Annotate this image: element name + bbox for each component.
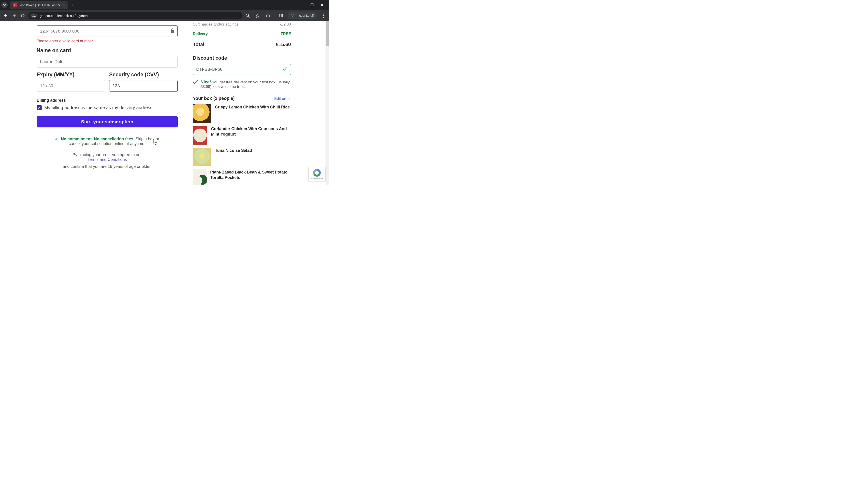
- tab-strip: g Food Boxes | Get Fresh Food & ✕ ＋ ― ❐ …: [0, 0, 329, 10]
- name-on-card-value: Lauren Deli: [40, 59, 62, 64]
- svg-rect-4: [281, 14, 283, 17]
- tab-title: Food Boxes | Get Fresh Food &: [19, 3, 60, 7]
- reload-icon: [21, 13, 25, 18]
- payment-form: 1234 5678 9000 000 Please enter a valid …: [0, 21, 178, 185]
- svg-point-6: [293, 16, 294, 17]
- meal-title: Crispy Lemon Chicken With Chilli Rice: [215, 104, 290, 110]
- billing-same-checkbox-row[interactable]: My billing address is the same as my del…: [37, 105, 178, 110]
- new-tab-button[interactable]: ＋: [71, 2, 75, 8]
- terms-pre: By placing your order you agree to our: [37, 153, 178, 157]
- discount-confirmation: Nice! You get free delivery on your firs…: [193, 79, 291, 89]
- total-label: Total: [193, 41, 204, 47]
- chevron-down-icon: [3, 4, 6, 6]
- svg-point-1: [34, 16, 35, 17]
- nice-label: Nice!: [200, 79, 211, 84]
- scrollbar-thumb[interactable]: [326, 21, 329, 46]
- meal-item: Coriander Chicken With Couscous And Mint…: [193, 126, 291, 144]
- card-number-error: Please enter a valid card number: [37, 39, 178, 43]
- minimize-button[interactable]: ―: [300, 3, 304, 7]
- card-number-input[interactable]: 1234 5678 9000 000: [37, 25, 178, 37]
- close-tab-button[interactable]: ✕: [62, 3, 65, 7]
- meal-item: Crispy Lemon Chicken With Chilli Rice: [193, 104, 291, 123]
- commitment-bold: No commitment. No cancellation fees.: [61, 137, 134, 141]
- check-icon: [193, 80, 198, 85]
- billing-same-checkbox[interactable]: [37, 105, 41, 110]
- your-box-head: Your box (2 people) Edit order: [193, 96, 291, 101]
- total-value: £15.60: [276, 41, 291, 47]
- sidepanel-button[interactable]: [278, 12, 284, 19]
- your-box-title: Your box (2 people): [193, 96, 235, 101]
- svg-point-9: [323, 17, 324, 18]
- cvv-input[interactable]: 123: [109, 80, 178, 92]
- expiry-label: Expiry (MM/YY): [37, 72, 105, 78]
- name-on-card-label: Name on card: [37, 47, 178, 54]
- extensions-button[interactable]: [264, 12, 271, 19]
- tune-icon: [32, 14, 36, 17]
- surcharges-label: Surcharges and/or savings: [193, 22, 239, 27]
- start-subscription-button[interactable]: Start your subscription: [37, 116, 178, 127]
- incognito-indicator[interactable]: Incognito (2): [287, 12, 317, 19]
- incognito-label: Incognito (2): [297, 14, 314, 18]
- svg-point-0: [33, 14, 34, 15]
- active-tab[interactable]: g Food Boxes | Get Fresh Food & ✕: [10, 1, 68, 9]
- meal-thumbnail: [193, 126, 207, 144]
- arrow-right-icon: [12, 13, 17, 18]
- card-number-value: 1234 5678 9000 000: [40, 29, 79, 34]
- url-text: gousto.co.uk/check-out/payment: [40, 14, 89, 18]
- bookmark-button[interactable]: [254, 12, 261, 19]
- kebab-icon: [323, 13, 324, 18]
- svg-point-8: [323, 15, 324, 16]
- panel-icon: [279, 13, 283, 18]
- back-button[interactable]: [2, 12, 9, 19]
- meal-list: Crispy Lemon Chicken With Chilli Rice Co…: [193, 104, 291, 185]
- expiry-input[interactable]: 12 / 30: [37, 80, 105, 92]
- start-subscription-label: Start your subscription: [81, 119, 133, 125]
- zoom-button[interactable]: [244, 12, 251, 19]
- lock-icon: [170, 29, 174, 34]
- billing-address-head: Billing address: [37, 98, 178, 103]
- address-bar[interactable]: gousto.co.uk/check-out/payment: [28, 12, 243, 20]
- svg-point-5: [291, 16, 292, 17]
- forward-button[interactable]: [11, 12, 18, 19]
- reload-button[interactable]: [20, 12, 26, 19]
- discount-code-value: DTI-SB-UP60: [196, 67, 222, 72]
- recaptcha-icon: [313, 169, 321, 177]
- check-icon: [37, 106, 41, 109]
- billing-same-label: My billing address is the same as my del…: [44, 105, 152, 110]
- delivery-value: FREE: [281, 32, 291, 36]
- puzzle-icon: [266, 13, 270, 18]
- meal-thumbnail: [193, 104, 211, 123]
- cvv-value: 123: [113, 84, 120, 88]
- delivery-label: Delivery: [193, 32, 208, 36]
- terms-post: and confirm that you are 18 years of age…: [37, 164, 178, 169]
- total-row: Total £15.60: [193, 37, 291, 50]
- page-viewport: 1234 5678 9000 000 Please enter a valid …: [0, 21, 329, 185]
- meal-title: Tuna Nicoise Salad: [215, 148, 252, 153]
- name-on-card-input[interactable]: Lauren Deli: [37, 56, 178, 68]
- check-icon: [283, 67, 287, 72]
- site-controls-button[interactable]: [30, 13, 37, 18]
- meal-thumbnail: [193, 148, 211, 166]
- page-scrollbar[interactable]: [326, 21, 329, 185]
- nice-text: You get free delivery on your first box …: [200, 80, 289, 89]
- recaptcha-badge[interactable]: Privacy · Terms: [308, 167, 326, 182]
- favicon-icon: g: [13, 3, 17, 7]
- arrow-left-icon: [3, 13, 8, 18]
- meal-item: Plant-Based Black Bean & Sweet Potato To…: [193, 169, 291, 185]
- svg-rect-10: [170, 30, 174, 33]
- magnifier-icon: [246, 13, 250, 18]
- meal-title: Coriander Chicken With Couscous And Mint…: [211, 126, 291, 137]
- edit-order-link[interactable]: Edit order: [274, 96, 291, 101]
- meal-item: Tuna Nicoise Salad: [193, 148, 291, 166]
- close-window-button[interactable]: ✕: [320, 3, 324, 7]
- maximize-button[interactable]: ❐: [310, 3, 314, 7]
- incognito-icon: [290, 14, 295, 17]
- terms-link[interactable]: Terms and Conditions: [88, 157, 127, 162]
- commitment-note: ✔ No commitment. No cancellation fees. S…: [53, 136, 161, 146]
- discount-code-input[interactable]: DTI-SB-UP60: [193, 64, 291, 75]
- tab-search-button[interactable]: [1, 2, 8, 8]
- surcharges-value: -£2.00: [280, 22, 291, 27]
- terms-block: By placing your order you agree to our T…: [37, 153, 178, 169]
- surcharges-row: Surcharges and/or savings -£2.00: [193, 21, 291, 28]
- kebab-menu-button[interactable]: [320, 12, 327, 19]
